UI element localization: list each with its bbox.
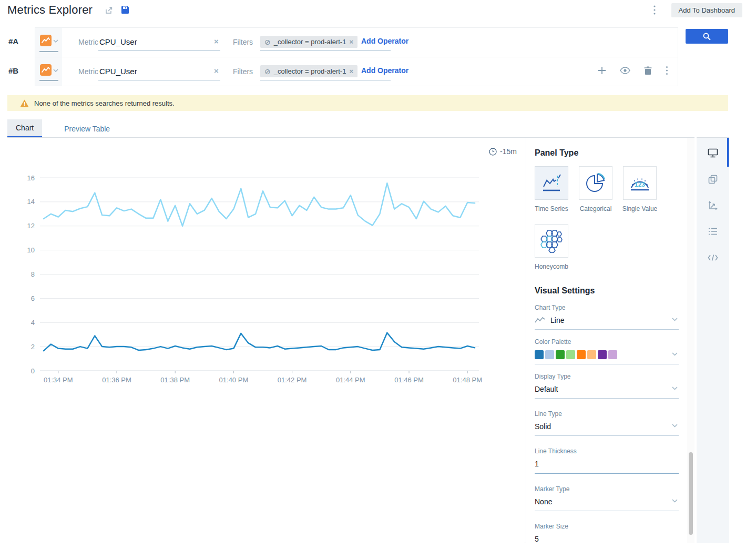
tab-bar: Chart Preview Table (7, 119, 118, 138)
share-icon[interactable] (104, 6, 114, 17)
clear-metric-icon[interactable]: × (214, 66, 219, 75)
svg-text:16: 16 (27, 174, 35, 182)
tab-chart[interactable]: Chart (7, 119, 42, 138)
add-to-dashboard-button[interactable]: Add To Dashboard (671, 3, 742, 17)
panel-type-options: Time Series Categorical (535, 166, 679, 212)
color-palette-swatches (535, 350, 617, 359)
warning-banner: None of the metrics searches returned re… (7, 95, 728, 111)
search-icon (702, 32, 711, 41)
chevron-down-icon (672, 420, 678, 430)
svg-text:10: 10 (27, 246, 35, 254)
panel-type-label: Time Series (535, 205, 568, 212)
timeseries-chart[interactable]: 024681012141601:34 PM01:36 PM01:38 PM01:… (7, 138, 524, 401)
panel-type-honeycomb[interactable] (535, 224, 568, 258)
filters-label: Filters (233, 38, 253, 46)
panel-type-label: Categorical (580, 205, 612, 212)
panel-type-options-row2: Honeycomb (535, 224, 679, 270)
monitor-icon (708, 148, 718, 158)
marker-type-select[interactable]: None (535, 493, 679, 511)
panel-type-time-series[interactable] (535, 166, 568, 200)
add-operator-link[interactable]: Add Operator (361, 37, 408, 45)
chevron-down-icon (53, 65, 58, 74)
page-title: Metrics Explorer (7, 3, 93, 17)
warning-text: None of the metrics searches returned re… (34, 99, 175, 107)
panel-type-single-value[interactable]: 123 (623, 166, 657, 200)
svg-text:8: 8 (31, 270, 35, 278)
filter-chip-text: _collector = prod-alert-1 (274, 38, 346, 46)
color-palette-select[interactable] (535, 345, 679, 364)
chevron-down-icon (672, 383, 678, 392)
svg-text:01:46 PM: 01:46 PM (394, 376, 424, 384)
exclude-filter-icon: ⊘ (264, 67, 271, 76)
query-builder: #A #B Metric CPU_User × Filters (0, 26, 756, 90)
svg-text:01:34 PM: 01:34 PM (44, 376, 73, 384)
scrollbar-thumb[interactable] (689, 452, 693, 535)
line-chart-mini-icon (535, 317, 545, 323)
field-display-type: Display Type Default (535, 373, 679, 399)
time-series-icon (540, 171, 563, 195)
chart-type-select[interactable]: Line (535, 311, 679, 330)
search-button[interactable] (686, 29, 728, 44)
panel-type-title: Panel Type (535, 148, 679, 158)
visibility-eye-icon[interactable] (620, 67, 630, 74)
metric-type-selector[interactable] (35, 57, 62, 86)
metric-type-underline (39, 80, 58, 81)
query-row-id-b: #B (8, 66, 29, 75)
overlay-tool[interactable] (697, 166, 729, 192)
save-icon[interactable] (121, 6, 129, 16)
metric-type-selector[interactable] (35, 28, 62, 57)
metric-input[interactable]: CPU_User (99, 37, 137, 46)
metric-input[interactable]: CPU_User (99, 67, 137, 76)
svg-text:123: 123 (635, 181, 645, 188)
field-marker-type: Marker Type None (535, 485, 679, 511)
row-kebab-icon[interactable] (666, 66, 668, 75)
metric-chart-icon (40, 64, 52, 76)
display-settings-tool[interactable] (697, 140, 729, 166)
svg-text:6: 6 (31, 294, 35, 302)
chevron-down-icon (672, 495, 678, 505)
exclude-filter-icon: ⊘ (264, 38, 271, 46)
add-row-icon[interactable] (598, 66, 606, 75)
delete-trash-icon[interactable] (644, 66, 652, 75)
panel-type-categorical[interactable] (579, 166, 612, 200)
axes-tool[interactable] (697, 192, 729, 219)
metric-type-underline (39, 51, 58, 52)
field-line-type: Line Type Solid (535, 410, 679, 436)
field-chart-type: Chart Type Line (535, 304, 679, 330)
field-color-palette: Color Palette (535, 338, 679, 364)
svg-text:01:42 PM: 01:42 PM (278, 376, 307, 384)
single-value-gauge-icon: 123 (627, 171, 652, 195)
marker-size-input[interactable]: 5 (535, 530, 679, 543)
remove-filter-icon[interactable]: × (349, 67, 353, 75)
settings-scrollbar (687, 138, 694, 543)
tab-preview-table[interactable]: Preview Table (56, 119, 118, 138)
honeycomb-icon (539, 229, 564, 253)
svg-text:01:40 PM: 01:40 PM (219, 376, 249, 384)
visual-settings-title: Visual Settings (535, 286, 679, 296)
filter-chip[interactable]: ⊘ _collector = prod-alert-1 × (260, 36, 357, 48)
svg-text:01:38 PM: 01:38 PM (160, 376, 190, 384)
panel-type-label: Single Value (622, 205, 658, 212)
header-kebab-icon[interactable] (653, 5, 656, 17)
display-type-select[interactable]: Default (535, 380, 679, 399)
line-thickness-input[interactable]: 1 (535, 455, 679, 474)
clear-metric-icon[interactable]: × (214, 37, 219, 46)
legend-list-tool[interactable] (697, 218, 729, 245)
filter-chip[interactable]: ⊘ _collector = prod-alert-1 × (260, 65, 357, 77)
chart-axes-icon (708, 201, 718, 210)
chart-card: -15m 024681012141601:34 PM01:36 PM01:38 … (7, 138, 524, 543)
filter-chip-text: _collector = prod-alert-1 (274, 67, 346, 75)
metric-chart-icon (40, 35, 52, 46)
svg-text:4: 4 (31, 319, 35, 327)
filters-label: Filters (233, 67, 253, 76)
chevron-down-icon (672, 349, 678, 358)
query-code-tool[interactable] (697, 245, 729, 271)
line-type-select[interactable]: Solid (535, 418, 679, 436)
code-icon (708, 254, 718, 261)
chevron-down-icon (672, 314, 678, 323)
query-row-id-a: #A (8, 37, 29, 46)
metrics-explorer-page: Metrics Explorer Add To Dashboard #A #B (0, 0, 756, 549)
settings-panel: Panel Type Time Series (526, 138, 687, 543)
add-operator-link[interactable]: Add Operator (361, 66, 408, 75)
remove-filter-icon[interactable]: × (349, 38, 353, 46)
